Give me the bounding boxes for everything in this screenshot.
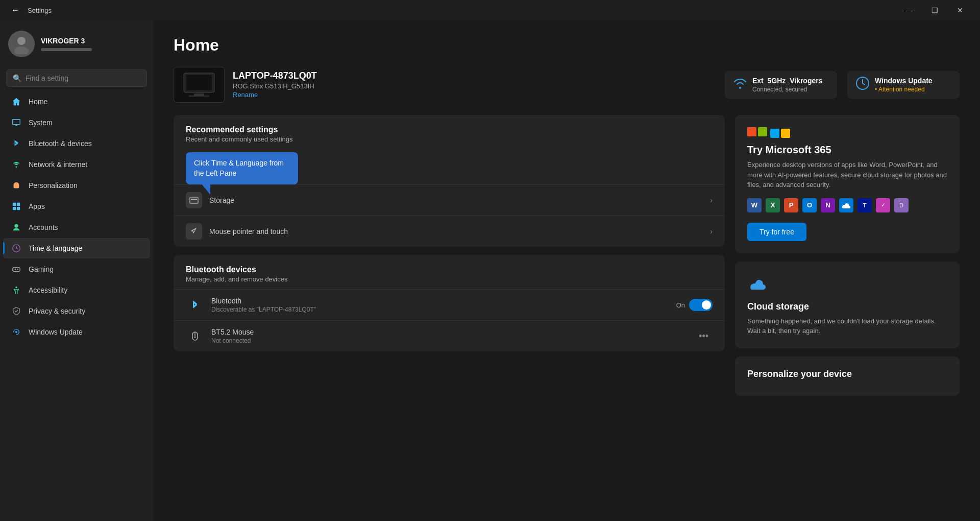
sidebar-item-time[interactable]: Time & language	[3, 238, 150, 258]
update-status: Attention needed	[875, 86, 933, 93]
update-widget-icon	[855, 76, 870, 93]
titlebar: ← Settings — ❑ ✕	[0, 0, 980, 20]
svg-rect-14	[194, 93, 204, 96]
cloud-card: Cloud storage Something happened, and we…	[735, 262, 960, 348]
user-name: VIKROGER 3	[41, 37, 92, 45]
wifi-widget[interactable]: Ext_5GHz_Vikrogers Connected, secured	[725, 71, 837, 99]
update-title: Windows Update	[875, 77, 933, 85]
user-info: VIKROGER 3	[41, 37, 92, 51]
app-body: VIKROGER 3 🔍 Home System	[0, 20, 980, 521]
personalize-card: Personalize your device	[735, 357, 960, 396]
bt-device-info-main: Bluetooth Discoverable as "LAPTOP-4873LQ…	[211, 297, 316, 313]
sidebar-item-apps[interactable]: Apps	[3, 196, 150, 217]
sidebar-item-system[interactable]: System	[3, 112, 150, 133]
time-icon	[11, 243, 21, 253]
rec-title: Recommended settings	[186, 125, 713, 134]
update-widget-text: Windows Update Attention needed	[875, 77, 933, 93]
right-column: Try Microsoft 365 Experience desktop ver…	[735, 115, 960, 396]
onenote-icon: N	[821, 198, 835, 212]
setting-row-storage[interactable]: Storage ›	[174, 184, 725, 216]
cloud-icon	[747, 274, 947, 295]
sidebar-item-network[interactable]: Network & internet	[3, 154, 150, 175]
onedrive-icon	[839, 198, 853, 212]
avatar	[8, 31, 35, 57]
personalize-title: Personalize your device	[747, 369, 947, 380]
svg-rect-6	[17, 207, 20, 210]
sidebar-label-home: Home	[29, 98, 47, 106]
mouse-label: Mouse pointer and touch	[209, 227, 288, 235]
accounts-icon	[11, 222, 21, 232]
top-info-bar: LAPTOP-4873LQ0T ROG Strix G513IH_G513IH …	[174, 67, 960, 103]
update-icon	[11, 327, 21, 337]
sidebar-item-personalization[interactable]: Personalization	[3, 175, 150, 196]
bt-title: Bluetooth devices	[186, 265, 713, 274]
device-rename-link[interactable]: Rename	[233, 91, 258, 99]
bt-device-name-main: Bluetooth	[211, 297, 316, 305]
bt-device-row-mouse[interactable]: BT5.2 Mouse Not connected •••	[174, 320, 725, 351]
word-icon: W	[747, 198, 762, 212]
try-for-free-button[interactable]: Try for free	[747, 223, 806, 241]
powerpoint-icon: P	[784, 198, 798, 212]
titlebar-controls: — ❑ ✕	[897, 2, 972, 18]
maximize-button[interactable]: ❑	[923, 2, 946, 18]
setting-row-mouse[interactable]: Mouse pointer and touch ›	[174, 216, 725, 247]
sidebar-label-accounts: Accounts	[29, 223, 58, 231]
bluetooth-card: Bluetooth devices Manage, add, and remov…	[174, 255, 725, 351]
accessibility-icon	[11, 285, 21, 295]
svg-rect-5	[13, 207, 16, 210]
device-info: LAPTOP-4873LQ0T ROG Strix G513IH_G513IH …	[233, 70, 317, 99]
user-profile[interactable]: VIKROGER 3	[0, 20, 153, 65]
ms-square-red	[747, 127, 756, 136]
sidebar-item-gaming[interactable]: Gaming	[3, 259, 150, 279]
sidebar-item-accessibility[interactable]: Accessibility	[3, 280, 150, 300]
search-input[interactable]	[26, 74, 140, 82]
svg-rect-2	[13, 120, 20, 125]
system-icon	[11, 117, 21, 128]
close-button[interactable]: ✕	[948, 2, 972, 18]
mouse-chevron: ›	[710, 227, 713, 235]
sidebar-item-home[interactable]: Home	[3, 91, 150, 112]
bluetooth-icon	[11, 138, 21, 149]
storage-chevron: ›	[710, 196, 713, 204]
device-card: LAPTOP-4873LQ0T ROG Strix G513IH_G513IH …	[174, 67, 715, 103]
bt-device-row-main[interactable]: Bluetooth Discoverable as "LAPTOP-4873LQ…	[174, 289, 725, 320]
minimize-button[interactable]: —	[897, 2, 921, 18]
wifi-status: Connected, secured	[752, 86, 822, 93]
left-column: Recommended settings Recent and commonly…	[174, 115, 725, 396]
ms365-apps: W X P O N T ✓ D	[747, 198, 947, 212]
bt-device-sub-mouse: Not connected	[211, 337, 254, 344]
svg-rect-15	[189, 96, 209, 97]
outlook-icon: O	[802, 198, 817, 212]
more-options-button[interactable]: •••	[695, 329, 713, 344]
svg-point-10	[15, 287, 17, 289]
mouse-icon	[186, 223, 202, 240]
sidebar-label-accessibility: Accessibility	[29, 286, 67, 294]
bt-device-sub-main: Discoverable as "LAPTOP-4873LQ0T"	[211, 306, 316, 313]
sidebar-item-bluetooth[interactable]: Bluetooth & devices	[3, 133, 150, 154]
device-thumbnail	[174, 67, 225, 103]
network-icon	[11, 159, 21, 170]
sidebar-label-gaming: Gaming	[29, 265, 54, 273]
ms365-desc: Experience desktop versions of apps like…	[747, 160, 947, 190]
sidebar-item-accounts[interactable]: Accounts	[3, 217, 150, 238]
tooltip-container: Click Time & Language from the Left Pane	[174, 146, 725, 184]
sidebar-label-personalization: Personalization	[29, 181, 78, 190]
ms365-title: Try Microsoft 365	[747, 144, 947, 156]
update-widget[interactable]: Windows Update Attention needed	[847, 71, 960, 99]
bluetooth-toggle[interactable]	[689, 299, 713, 311]
svg-point-7	[14, 224, 18, 228]
search-box[interactable]: 🔍	[6, 69, 147, 87]
wifi-widget-text: Ext_5GHz_Vikrogers Connected, secured	[752, 77, 822, 93]
sidebar-item-update[interactable]: Windows Update	[3, 322, 150, 342]
back-button[interactable]: ←	[8, 3, 22, 17]
svg-point-1	[14, 46, 29, 54]
privacy-icon	[11, 306, 21, 316]
svg-rect-4	[17, 203, 20, 206]
gaming-icon	[11, 264, 21, 274]
setting-row-mouse-left: Mouse pointer and touch	[186, 223, 288, 240]
svg-rect-9	[13, 267, 20, 271]
svg-rect-13	[186, 75, 212, 90]
sidebar: VIKROGER 3 🔍 Home System	[0, 20, 153, 521]
sidebar-item-privacy[interactable]: Privacy & security	[3, 301, 150, 321]
cloud-title: Cloud storage	[747, 301, 947, 312]
